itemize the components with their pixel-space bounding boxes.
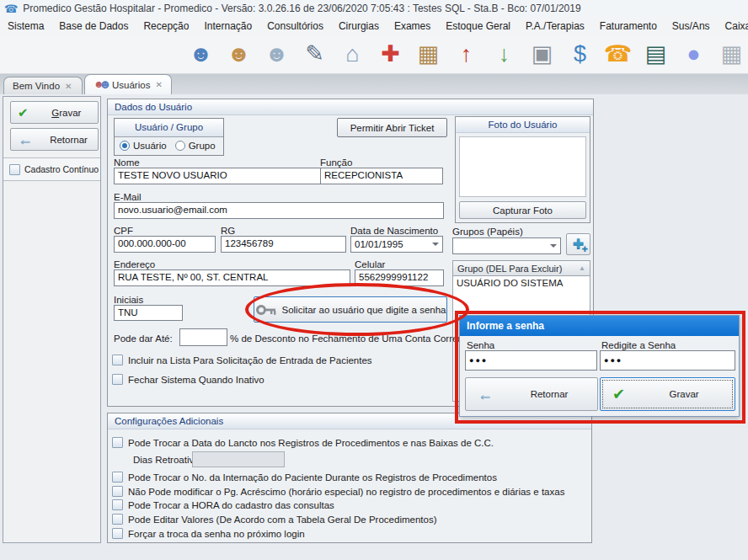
chevron-down-icon[interactable] — [432, 243, 439, 246]
dialog-retornar-button[interactable]: ← Retornar — [465, 377, 598, 411]
config-hora-consultas-label: Pode Trocar a HORA do cadastro das consu… — [128, 500, 334, 510]
menu-faturamento[interactable]: Faturamento — [592, 18, 665, 35]
finance-calc-icon[interactable]: $ — [566, 40, 594, 70]
report-grid-icon[interactable]: ▦ — [718, 40, 745, 70]
data-nascimento-combo[interactable]: 01/01/1995 — [350, 236, 443, 253]
money-up-icon[interactable]: ↑ — [452, 40, 480, 70]
config-no-internacao-row[interactable]: Pode Trocar o No. da Internação do Pacie… — [112, 472, 497, 483]
incluir-lista-row[interactable]: Incluir na Lista Para Solicitação de Ent… — [112, 355, 372, 365]
fechar-sistema-checkbox[interactable] — [112, 374, 123, 385]
permitir-abrir-ticket-label: Permitir Abrir Ticket — [350, 123, 435, 133]
config-forcar-senha-row[interactable]: Forçar a troca da senha no próximo login — [112, 528, 305, 539]
config-hora-consultas-checkbox[interactable] — [112, 499, 123, 510]
menu-consultorios[interactable]: Consultórios — [259, 18, 331, 35]
cadastro-continuo-row[interactable]: Cadastro Contínuo — [3, 157, 100, 181]
tab-usuarios-close-icon[interactable]: ✕ — [155, 80, 162, 89]
config-pg-acrescimo-row[interactable]: Não Pode modificar o Pg. Acréscimo (horá… — [112, 486, 564, 497]
config-forcar-senha-label: Forçar a troca da senha no próximo login — [128, 529, 305, 539]
menu-sistema[interactable]: Sistema — [0, 18, 51, 35]
cpf-input[interactable]: 000.000.000-00 — [114, 236, 216, 253]
incluir-lista-label: Incluir na Lista Para Solicitação de Ent… — [128, 355, 372, 365]
capturar-foto-button[interactable]: Capturar Foto — [459, 201, 586, 219]
senha-label: Senha — [467, 340, 494, 350]
tab-bem-vindo-close-icon[interactable]: ✕ — [65, 82, 72, 91]
sort-asc-icon: ▲ — [579, 264, 585, 272]
chevron-down-icon[interactable] — [550, 244, 557, 248]
dias-retroativos-input — [192, 451, 285, 467]
endereco-input[interactable]: RUA TESTE, Nº 00, ST. CENTRAL — [114, 269, 350, 286]
grupo-list-header[interactable]: Grupo (DEL Para Excluir) ▲ — [452, 260, 590, 276]
menu-cirurgias[interactable]: Cirurgias — [331, 18, 387, 35]
redigite-senha-input[interactable]: ●●● — [600, 350, 735, 371]
grupo-list-item[interactable]: USUÁRIO DO SISTEMA — [453, 276, 590, 290]
ledger-book-icon[interactable]: ▤ — [642, 40, 670, 70]
grupos-papeis-combo[interactable] — [452, 237, 561, 254]
nome-input[interactable]: TESTE NOVO USUARIO — [114, 168, 329, 184]
ambulance-icon[interactable]: ✚ — [377, 40, 404, 70]
config-editar-valores-row[interactable]: Pode Editar Valores (De Acordo com a Tab… — [112, 514, 436, 525]
doctor-icon[interactable]: ☻ — [263, 40, 291, 70]
radio-grupo[interactable] — [175, 141, 185, 151]
window-title: Promedico Gestão Hospitalar - Promedico … — [23, 3, 580, 14]
config-forcar-senha-checkbox[interactable] — [112, 528, 123, 539]
tab-usuarios[interactable]: ☻☻ Usuários ✕ — [84, 74, 172, 94]
senha-input[interactable]: ●●● — [465, 350, 597, 371]
config-data-lancto-checkbox[interactable] — [112, 437, 123, 448]
solicitar-senha-label: Solicitar ao usuário que digite a senha — [282, 305, 446, 315]
radio-usuario-label: Usuário — [133, 141, 167, 151]
usuario-grupo-box: Usuário / Grupo Usuário Grupo — [114, 118, 224, 156]
patients-folder-icon[interactable]: ☻ — [225, 40, 253, 70]
rg-input[interactable]: 123456789 — [221, 236, 346, 253]
iniciais-input[interactable]: TNU — [114, 305, 183, 321]
data-nascimento-value: 01/01/1995 — [355, 239, 430, 249]
users-sync-icon[interactable]: ☻ — [187, 40, 215, 70]
safe-icon[interactable]: ▣ — [528, 40, 556, 70]
money-down-icon[interactable]: ↓ — [490, 40, 518, 70]
phonebook-icon[interactable]: ☎ — [604, 40, 632, 70]
menu-recepcao[interactable]: Recepção — [136, 18, 196, 35]
radio-grupo-label: Grupo — [189, 141, 216, 151]
menu-caixa[interactable]: Caixa — [718, 18, 748, 35]
usuario-grupo-header: Usuário / Grupo — [115, 119, 223, 137]
add-group-button[interactable]: ✚ ✚ — [566, 233, 590, 255]
dialog-gravar-button[interactable]: ✔ Gravar — [600, 377, 735, 411]
foto-preview-area — [459, 136, 586, 197]
funcao-input[interactable]: RECEPCIONISTA — [320, 168, 443, 184]
menu-sus-ans[interactable]: Sus/Ans — [665, 18, 718, 35]
chat-icon[interactable]: ● — [680, 40, 708, 70]
config-no-internacao-checkbox[interactable] — [112, 472, 123, 483]
permitir-abrir-ticket-button[interactable]: Permitir Abrir Ticket — [337, 118, 447, 137]
menu-estoque-geral[interactable]: Estoque Geral — [438, 18, 518, 35]
hospital-bed-icon[interactable]: ⌂ — [339, 40, 366, 70]
data-nascimento-label: Data de Nascimento — [350, 226, 438, 236]
inventory-icon[interactable]: ▦ — [414, 40, 442, 70]
incluir-lista-checkbox[interactable] — [112, 355, 123, 365]
cadastro-continuo-label: Cadastro Contínuo — [24, 164, 99, 174]
menu-bar: Sistema Base de Dados Recepção Internaçã… — [0, 17, 748, 35]
cadastro-continuo-checkbox[interactable] — [9, 164, 20, 175]
config-hora-consultas-row[interactable]: Pode Trocar a HORA do cadastro das consu… — [112, 499, 334, 510]
config-editar-valores-checkbox[interactable] — [112, 514, 123, 525]
menu-base-de-dados[interactable]: Base de Dados — [51, 18, 136, 35]
menu-pa-terapias[interactable]: P.A./Terapias — [518, 18, 592, 35]
menu-exames[interactable]: Exames — [387, 18, 438, 35]
config-editar-valores-label: Pode Editar Valores (De Acordo com a Tab… — [128, 515, 436, 525]
config-pg-acrescimo-label: Não Pode modificar o Pg. Acréscimo (horá… — [128, 487, 564, 497]
retornar-button[interactable]: ← Retornar — [10, 128, 99, 151]
foto-usuario-title: Foto do Usuário — [456, 117, 590, 133]
desconto-input[interactable] — [179, 328, 227, 346]
menu-internacao[interactable]: Internação — [196, 18, 259, 35]
config-data-lancto-row[interactable]: Pode Trocar a Data do Lancto nos Registr… — [112, 437, 494, 448]
fechar-sistema-row[interactable]: Fechar Sistema Quando Inativo — [112, 374, 264, 385]
email-input[interactable]: novo.usuario@email.com — [114, 202, 444, 219]
solicitar-senha-button[interactable]: Solicitar ao usuário que digite a senha — [254, 296, 447, 323]
config-pg-acrescimo-checkbox[interactable] — [112, 486, 123, 497]
celular-input[interactable]: 5562999991122 — [355, 269, 444, 286]
tab-bem-vindo[interactable]: Bem Vindo ✕ — [3, 77, 83, 94]
prescription-icon[interactable]: ✎ — [301, 40, 329, 70]
gravar-button[interactable]: ✔ Gravar — [10, 101, 99, 124]
radio-usuario[interactable] — [120, 141, 130, 151]
tab-strip: Bem Vindo ✕ ☻☻ Usuários ✕ — [0, 74, 748, 94]
rg-label: RG — [221, 226, 235, 236]
check-icon: ✔ — [612, 385, 625, 403]
